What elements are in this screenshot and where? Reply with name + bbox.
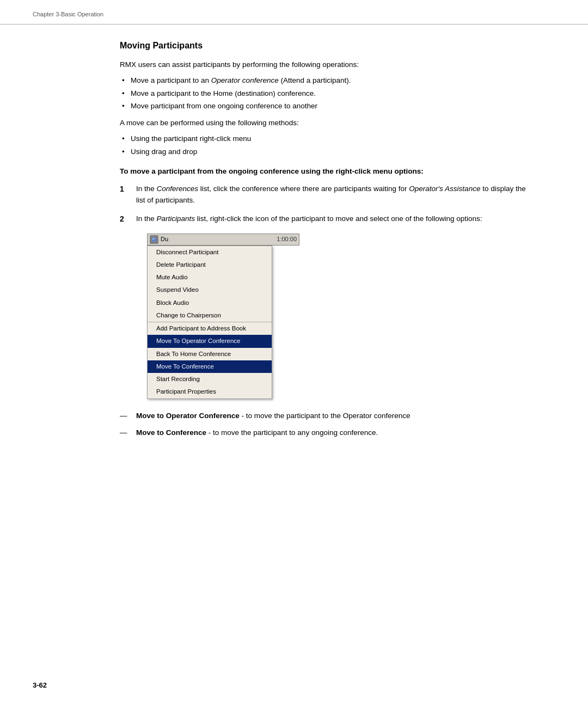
menu-item-participant-properties[interactable]: Participant Properties	[148, 385, 272, 398]
menu-item-start-recording[interactable]: Start Recording	[148, 373, 272, 385]
intro-text: RMX users can assist participants by per…	[120, 59, 534, 70]
menu-item-suspend[interactable]: Suspend Video	[148, 284, 272, 296]
menu-item-disconnect[interactable]: Disconnect Participant	[148, 246, 272, 259]
italic-span: Operator's Assistance	[409, 185, 480, 193]
context-menu-wrapper: Du 1:00:00 Disconnect Participant Delete…	[147, 234, 299, 399]
chapter-label: Chapter 3-Basic Operation	[33, 11, 103, 17]
bold-heading-text: To move a participant from the ongoing c…	[120, 167, 424, 175]
bold-heading: To move a participant from the ongoing c…	[120, 166, 534, 177]
page-container: Chapter 3-Basic Operation Moving Partici…	[0, 0, 588, 711]
menu-item-mute[interactable]: Mute Audio	[148, 271, 272, 284]
list-item: Move to Operator Conference - to move th…	[120, 410, 534, 422]
page-header: Chapter 3-Basic Operation	[0, 0, 588, 24]
context-menu: Disconnect Participant Delete Participan…	[147, 246, 272, 399]
title-bar-right: 1:00:00	[277, 235, 297, 244]
svg-rect-1	[152, 238, 155, 240]
list-item: Move a participant to an Operator confer…	[120, 75, 534, 87]
main-content: Moving Participants RMX users can assist…	[0, 24, 588, 477]
bullet-list-methods: Using the participant right-click menu U…	[120, 133, 534, 157]
italic-span: Conferences	[157, 185, 199, 193]
title-bar-text: Du	[161, 235, 168, 244]
window-icon	[150, 235, 158, 244]
menu-item-move-operator[interactable]: Move To Operator Conference	[148, 335, 272, 347]
page-footer: 3-62	[33, 681, 47, 689]
section-title: Moving Participants	[120, 41, 534, 51]
title-bar: Du 1:00:00	[147, 234, 299, 246]
dash-item-bold: Move to Operator Conference	[136, 412, 240, 420]
italic-span: Participants	[157, 214, 195, 223]
context-menu-container: Du 1:00:00 Disconnect Participant Delete…	[136, 234, 534, 399]
methods-intro: A move can be performed using the follow…	[120, 118, 534, 128]
menu-item-chairperson[interactable]: Change to Chairperson	[148, 309, 272, 322]
list-item: Using the participant right-click menu	[120, 133, 534, 145]
bullet-list-operations: Move a participant to an Operator confer…	[120, 75, 534, 112]
menu-item-block[interactable]: Block Audio	[148, 297, 272, 309]
list-item: Using drag and drop	[120, 146, 534, 158]
list-item: In the Conferences list, click the confe…	[120, 183, 534, 206]
menu-item-address-book[interactable]: Add Participant to Address Book	[148, 322, 272, 335]
menu-item-delete[interactable]: Delete Participant	[148, 259, 272, 271]
menu-item-move-conference[interactable]: Move To Conference	[148, 360, 272, 373]
dash-item-bold: Move to Conference	[136, 428, 206, 437]
list-item: Move to Conference - to move the partici…	[120, 427, 534, 439]
menu-item-back-home[interactable]: Back To Home Conference	[148, 348, 272, 360]
list-item: Move participant from one ongoing confer…	[120, 100, 534, 112]
dash-list: Move to Operator Conference - to move th…	[120, 410, 534, 439]
list-item: Move a participant to the Home (destinat…	[120, 88, 534, 100]
page-number: 3-62	[33, 681, 47, 689]
numbered-list: In the Conferences list, click the confe…	[120, 183, 534, 399]
list-item: In the Participants list, right-click th…	[120, 213, 534, 399]
icon-svg	[151, 237, 157, 242]
italic-span: Operator conference	[211, 76, 279, 84]
